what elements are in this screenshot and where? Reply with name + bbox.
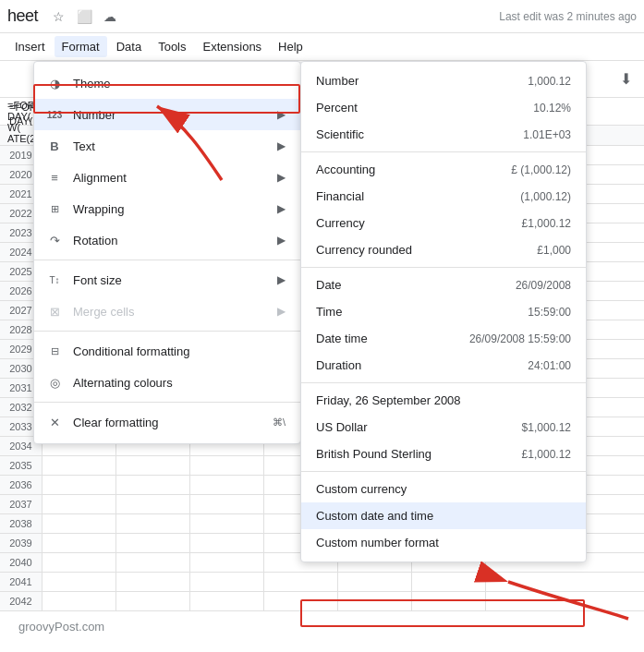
font-size-arrow: ▶ <box>277 273 286 286</box>
submenu-currency-rounded-value: £1,000 <box>537 244 571 257</box>
submenu-divider-4 <box>301 471 586 472</box>
wrapping-icon: ⊞ <box>45 199 64 218</box>
submenu-accounting-label: Accounting <box>316 163 375 176</box>
menu-wrapping[interactable]: ⊞ Wrapping ▶ <box>34 193 300 224</box>
top-bar: heet ☆ ⬜ ☁ Last edit was 2 minutes ago <box>0 0 644 33</box>
submenu-accounting-value: £ (1,000.12) <box>511 163 571 176</box>
submenu-custom-datetime-label: Custom date and time <box>316 509 433 523</box>
submenu-financial-value: (1,000.12) <box>520 190 571 203</box>
submenu-scientific-value: 1.01E+03 <box>523 128 571 141</box>
menu-font-size[interactable]: T↕ Font size ▶ <box>34 264 300 296</box>
star-icon[interactable]: ☆ <box>47 6 69 28</box>
submenu-number[interactable]: Number 1,000.12 <box>301 67 586 94</box>
number-icon: 123 <box>45 105 64 124</box>
number-submenu: Number 1,000.12 Percent 10.12% Scientifi… <box>300 61 587 562</box>
download-icon[interactable]: ⬇ <box>614 68 637 91</box>
submenu-us-dollar-label: US Dollar <box>316 420 368 434</box>
submenu-currency-value: £1,000.12 <box>522 217 571 230</box>
submenu-currency[interactable]: Currency £1,000.12 <box>301 210 586 236</box>
merge-arrow: ▶ <box>277 305 286 318</box>
wrapping-arrow: ▶ <box>277 202 286 215</box>
menu-clear-label: Clear formatting <box>73 416 158 429</box>
menu-alternating[interactable]: ◎ Alternating colours <box>34 367 300 398</box>
menu-help[interactable]: Help <box>271 36 310 57</box>
theme-icon: ◑ <box>45 74 64 92</box>
submenu-time-value: 15:59:00 <box>528 306 571 319</box>
submenu-custom-currency[interactable]: Custom currency <box>301 476 586 502</box>
submenu-us-dollar[interactable]: US Dollar $1,000.12 <box>301 414 586 441</box>
divider-3 <box>34 402 300 403</box>
submenu-scientific[interactable]: Scientific 1.01E+03 <box>301 121 586 148</box>
menu-theme-label: Theme <box>73 77 110 91</box>
menu-merge-label: Merge cells <box>73 305 134 319</box>
watermark: groovyPost.com <box>18 620 104 634</box>
submenu-financial-label: Financial <box>316 189 364 203</box>
submenu-divider-1 <box>301 151 586 152</box>
menu-text-label: Text <box>73 139 95 153</box>
arrow-to-custom-datetime <box>490 536 638 637</box>
toolbar-right: ⬇ <box>614 68 637 91</box>
submenu-duration[interactable]: Duration 24:01:00 <box>301 352 586 379</box>
cloud-icon[interactable]: ☁ <box>99 6 121 28</box>
menu-data[interactable]: Data <box>109 36 149 57</box>
menu-rotation[interactable]: ↷ Rotation ▶ <box>34 224 300 256</box>
menu-format[interactable]: Format <box>55 36 107 57</box>
menu-insert[interactable]: Insert <box>7 36 53 57</box>
clear-icon: ✕ <box>45 413 64 431</box>
submenu-number-value: 1,000.12 <box>528 75 571 88</box>
submenu-currency-rounded-label: Currency rounded <box>316 243 412 257</box>
submenu-time[interactable]: Time 15:59:00 <box>301 298 586 325</box>
submenu-number-label: Number <box>316 74 358 88</box>
submenu-date[interactable]: Date 26/09/2008 <box>301 272 586 298</box>
menu-conditional[interactable]: ⊟ Conditional formatting <box>34 335 300 367</box>
submenu-datetime-label: Date time <box>316 332 368 345</box>
number-arrow: ▶ <box>277 108 286 121</box>
submenu-datetime-value: 26/09/2008 15:59:00 <box>469 332 571 345</box>
menu-clear-formatting[interactable]: ✕ Clear formatting ⌘\ <box>34 406 300 438</box>
submenu-long-date-label: Friday, 26 September 2008 <box>316 393 461 407</box>
rotation-icon: ↷ <box>45 231 64 249</box>
divider-1 <box>34 260 300 260</box>
submenu-british-pound[interactable]: British Pound Sterling £1,000.12 <box>301 441 586 467</box>
menu-conditional-label: Conditional formatting <box>73 344 189 358</box>
menu-number-label: Number <box>73 108 115 122</box>
submenu-long-date[interactable]: Friday, 26 September 2008 <box>301 387 586 414</box>
folder-icon[interactable]: ⬜ <box>73 6 95 28</box>
submenu-currency-rounded[interactable]: Currency rounded £1,000 <box>301 236 586 263</box>
submenu-time-label: Time <box>316 305 342 319</box>
submenu-datetime[interactable]: Date time 26/09/2008 15:59:00 <box>301 325 586 352</box>
submenu-scientific-label: Scientific <box>316 127 364 141</box>
menu-merge-cells: ⊠ Merge cells ▶ <box>34 296 300 327</box>
text-icon: B <box>45 137 64 155</box>
alignment-icon: ≡ <box>45 168 64 187</box>
submenu-date-value: 26/09/2008 <box>516 279 571 292</box>
submenu-duration-label: Duration <box>316 358 361 372</box>
menu-wrapping-label: Wrapping <box>73 202 124 216</box>
submenu-duration-value: 24:01:00 <box>528 359 571 372</box>
merge-icon: ⊠ <box>45 302 64 320</box>
menu-extensions[interactable]: Extensions <box>196 36 270 57</box>
arrow-to-number <box>148 97 259 189</box>
submenu-divider-3 <box>301 382 586 383</box>
menu-font-size-label: Font size <box>73 273 122 287</box>
submenu-us-dollar-value: $1,000.12 <box>522 421 571 434</box>
alignment-arrow: ▶ <box>277 171 286 184</box>
submenu-percent-value: 10.12% <box>533 102 571 115</box>
clear-shortcut: ⌘\ <box>273 417 286 429</box>
submenu-percent-label: Percent <box>316 101 358 115</box>
submenu-accounting[interactable]: Accounting £ (1,000.12) <box>301 156 586 183</box>
text-arrow: ▶ <box>277 139 286 152</box>
alternating-icon: ◎ <box>45 373 64 392</box>
submenu-british-pound-value: £1,000.12 <box>522 448 571 461</box>
menu-tools[interactable]: Tools <box>151 36 193 57</box>
submenu-custom-currency-label: Custom currency <box>316 482 407 496</box>
submenu-financial[interactable]: Financial (1,000.12) <box>301 183 586 210</box>
submenu-custom-datetime[interactable]: Custom date and time <box>301 502 586 529</box>
menu-rotation-label: Rotation <box>73 234 117 248</box>
submenu-percent[interactable]: Percent 10.12% <box>301 94 586 121</box>
submenu-currency-label: Currency <box>316 216 365 230</box>
conditional-icon: ⊟ <box>45 342 64 360</box>
submenu-divider-2 <box>301 267 586 268</box>
submenu-custom-number-label: Custom number format <box>316 536 439 549</box>
menu-theme[interactable]: ◑ Theme <box>34 67 300 99</box>
